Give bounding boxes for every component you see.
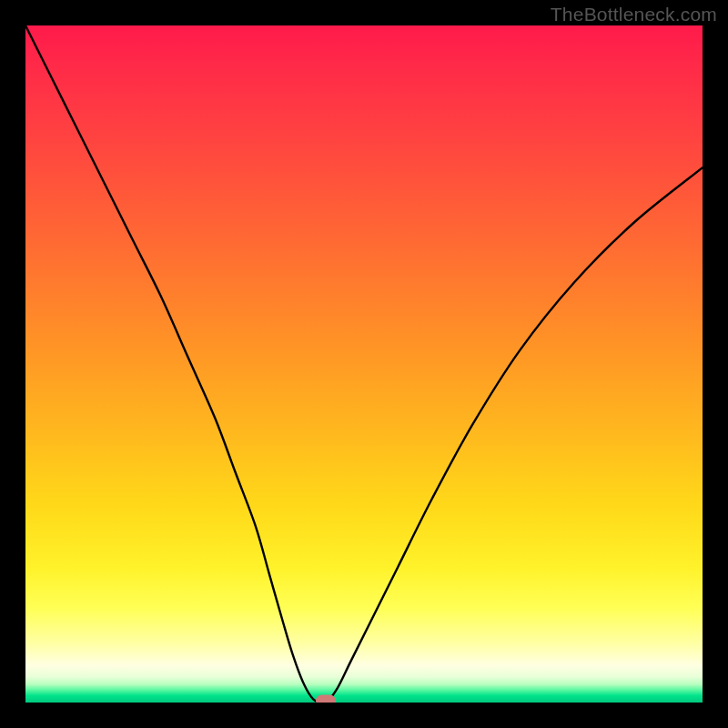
plot-area (25, 25, 703, 703)
bottleneck-curve (25, 25, 703, 703)
watermark-text: TheBottleneck.com (551, 4, 717, 25)
minimum-marker (316, 695, 336, 703)
curve-path (25, 25, 703, 703)
chart-frame: TheBottleneck.com (0, 0, 728, 728)
